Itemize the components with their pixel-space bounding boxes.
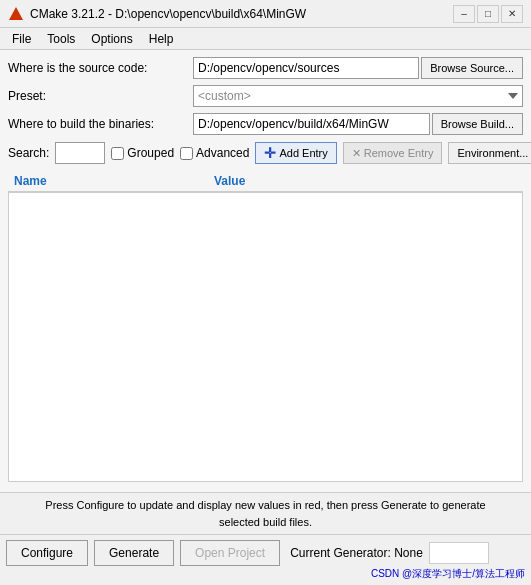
action-bar: Configure Generate Open Project Current … xyxy=(0,534,531,570)
search-input[interactable] xyxy=(55,142,105,164)
watermark-area: CSDN @深度学习博士/算法工程师 xyxy=(371,566,525,581)
search-label: Search: xyxy=(8,146,49,160)
add-icon: ✛ xyxy=(264,145,276,161)
grouped-checkbox[interactable] xyxy=(111,147,124,160)
build-row: Where to build the binaries: Browse Buil… xyxy=(8,112,523,136)
build-input[interactable] xyxy=(193,113,430,135)
advanced-group: Advanced xyxy=(180,146,249,160)
generator-input[interactable] xyxy=(429,542,489,564)
source-row: Where is the source code: Browse Source.… xyxy=(8,56,523,80)
remove-entry-icon: ✕ xyxy=(352,147,361,160)
close-button[interactable]: ✕ xyxy=(501,5,523,23)
status-line2: selected build files. xyxy=(219,516,312,528)
status-text: Press Configure to update and display ne… xyxy=(45,497,485,530)
advanced-label[interactable]: Advanced xyxy=(196,146,249,160)
minimize-button[interactable]: – xyxy=(453,5,475,23)
menu-bar: File Tools Options Help xyxy=(0,28,531,50)
value-column-header: Value xyxy=(214,174,517,188)
grouped-label[interactable]: Grouped xyxy=(127,146,174,160)
cmake-logo-icon xyxy=(8,6,24,22)
name-column-header: Name xyxy=(14,174,214,188)
preset-row: Preset: <custom> xyxy=(8,84,523,108)
options-menu[interactable]: Options xyxy=(83,30,140,48)
search-row: Search: Grouped Advanced ✛ Add Entry ✕ R… xyxy=(8,140,523,166)
add-entry-button[interactable]: ✛ Add Entry xyxy=(255,142,336,164)
status-bar: Press Configure to update and display ne… xyxy=(0,492,531,534)
add-entry-label: Add Entry xyxy=(279,147,327,159)
title-bar: CMake 3.21.2 - D:\opencv\opencv\build\x6… xyxy=(0,0,531,28)
title-bar-controls: – □ ✕ xyxy=(453,5,523,23)
source-input[interactable] xyxy=(193,57,419,79)
open-project-button[interactable]: Open Project xyxy=(180,540,280,566)
tools-menu[interactable]: Tools xyxy=(39,30,83,48)
svg-marker-0 xyxy=(9,7,23,20)
grouped-group: Grouped xyxy=(111,146,174,160)
generate-button[interactable]: Generate xyxy=(94,540,174,566)
main-content: Where is the source code: Browse Source.… xyxy=(0,50,531,492)
file-menu[interactable]: File xyxy=(4,30,39,48)
title-bar-left: CMake 3.21.2 - D:\opencv\opencv\build\x6… xyxy=(8,6,306,22)
remove-entry-button[interactable]: ✕ Remove Entry xyxy=(343,142,443,164)
build-label: Where to build the binaries: xyxy=(8,117,193,131)
advanced-checkbox[interactable] xyxy=(180,147,193,160)
source-label: Where is the source code: xyxy=(8,61,193,75)
help-menu[interactable]: Help xyxy=(141,30,182,48)
table-body xyxy=(8,192,523,482)
table-area: Name Value xyxy=(8,170,523,482)
maximize-button[interactable]: □ xyxy=(477,5,499,23)
preset-select[interactable]: <custom> xyxy=(193,85,523,107)
status-line1: Press Configure to update and display ne… xyxy=(45,499,485,511)
browse-source-button[interactable]: Browse Source... xyxy=(421,57,523,79)
browse-build-button[interactable]: Browse Build... xyxy=(432,113,523,135)
remove-entry-label: Remove Entry xyxy=(364,147,434,159)
environment-button[interactable]: Environment... xyxy=(448,142,531,164)
table-header: Name Value xyxy=(8,170,523,192)
window-title: CMake 3.21.2 - D:\opencv\opencv\build\x6… xyxy=(30,7,306,21)
preset-label: Preset: xyxy=(8,89,193,103)
watermark-text: CSDN @深度学习博士/算法工程师 xyxy=(371,568,525,579)
generator-text: Current Generator: None xyxy=(290,546,423,560)
configure-button[interactable]: Configure xyxy=(6,540,88,566)
